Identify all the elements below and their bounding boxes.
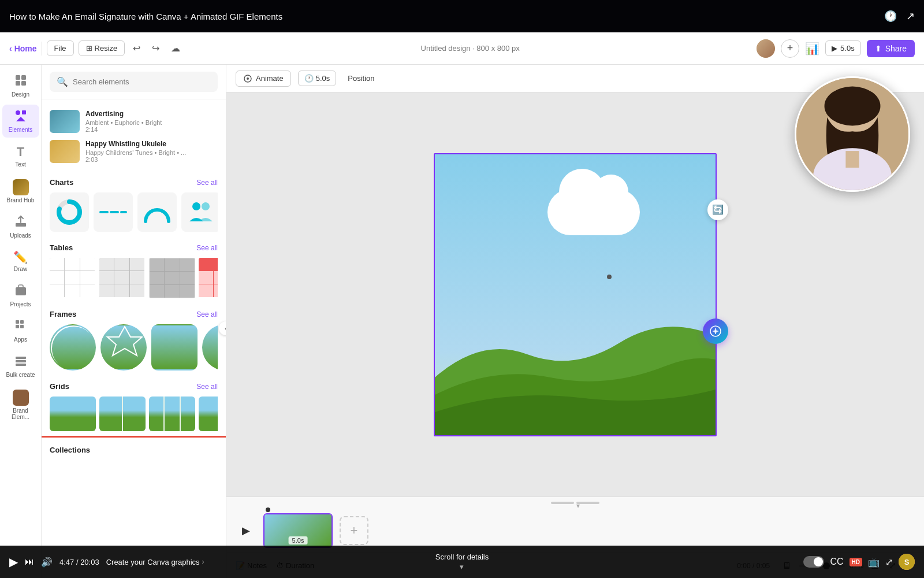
resize-button[interactable]: ⊞ Resize [79, 40, 125, 56]
sidebar-item-apps[interactable]: Apps [2, 314, 39, 347]
grids-section: Grids See all › [42, 375, 226, 436]
table-item-1[interactable] [50, 258, 96, 298]
share-button[interactable]: ⬆ Share [867, 40, 915, 57]
bulk-create-label: Bulk create [6, 372, 35, 378]
toolbar-left: ‹ Home File ⊞ Resize ↩ ↪ ☁ [9, 40, 184, 56]
sidebar-item-design[interactable]: Design [2, 69, 39, 102]
charts-title: Charts [50, 178, 73, 187]
frame-item-4[interactable] [202, 324, 218, 370]
chart-item-people[interactable] [181, 192, 218, 232]
brand-elements-icon [13, 390, 29, 406]
magic-button[interactable] [703, 318, 728, 344]
clock-icon[interactable]: 🕐 [884, 10, 897, 23]
webcam-inner [796, 78, 908, 190]
frame-item-1[interactable] [50, 324, 96, 370]
video-play-button[interactable]: ▶ [9, 555, 18, 569]
tables-see-all[interactable]: See all [196, 244, 218, 252]
sidebar-item-projects[interactable]: Projects [2, 279, 39, 312]
charts-see-all[interactable]: See all [196, 179, 218, 187]
cloud-save-button[interactable]: ☁ [167, 40, 184, 56]
add-clip-button[interactable]: + [340, 516, 368, 545]
frame-item-3[interactable] [151, 324, 198, 370]
play-icon: ▶ [832, 44, 837, 53]
timeline-handle[interactable]: ▾ [226, 497, 924, 509]
svg-rect-13 [16, 357, 26, 359]
timeline-clip-1[interactable]: 5.0s [263, 513, 333, 548]
play-timer-button[interactable]: ▶ 5.0s [825, 40, 861, 56]
table-item-3[interactable] [149, 258, 195, 298]
music-info-1: Advertising Ambient • Euphoric • Bright … [85, 110, 218, 133]
grids-grid: › [50, 397, 218, 431]
collections-section: Collections [42, 436, 226, 455]
redo-button[interactable]: ↪ [148, 40, 163, 56]
home-button[interactable]: ‹ Home [9, 44, 37, 53]
grids-header: Grids See all [50, 382, 218, 391]
svg-rect-9 [16, 320, 19, 324]
toolbar: ‹ Home File ⊞ Resize ↩ ↪ ☁ Untitled desi… [0, 32, 924, 65]
video-title: How to Make An Email Signature with Canv… [9, 12, 884, 21]
search-input[interactable] [73, 77, 211, 86]
sidebar-item-uploads[interactable]: Uploads [2, 210, 39, 243]
fullscreen-button[interactable]: ⤢ [885, 557, 893, 568]
share-icon[interactable]: ↗ [906, 10, 915, 23]
video-time: 4:47 / 20:03 [59, 558, 99, 566]
chart-item-donut[interactable] [50, 192, 89, 232]
design-title: Untitled design · 800 x 800 px [421, 44, 520, 53]
elements-panel: 🔍 Advertising Ambient • Euphoric • Brigh… [42, 65, 226, 578]
scroll-hint-text: Scroll for details [435, 553, 489, 561]
grid-item-1[interactable] [50, 397, 96, 431]
sidebar-item-text[interactable]: T Text [2, 140, 39, 172]
audio-section: Advertising Ambient • Euphoric • Bright … [42, 99, 226, 171]
svg-rect-1 [21, 75, 26, 80]
svg-point-22 [202, 202, 210, 210]
sidebar-item-elements[interactable]: Elements [2, 105, 39, 138]
search-box[interactable]: 🔍 [50, 72, 218, 92]
svg-rect-12 [20, 325, 24, 328]
music-title-1: Advertising [85, 110, 218, 118]
video-toggle[interactable] [803, 556, 824, 568]
clip-duration-label: 5.0s [289, 536, 308, 544]
chart-item-dash[interactable] [94, 192, 133, 232]
position-button[interactable]: Position [343, 71, 379, 86]
video-volume-button[interactable]: 🔊 [41, 557, 53, 568]
grid-item-4[interactable] [199, 397, 218, 431]
chart-item-arc[interactable] [137, 192, 177, 232]
sidebar-item-brand-elements[interactable]: Brand Elem... [2, 385, 39, 425]
frame-item-2[interactable] [100, 324, 147, 370]
sidebar-item-brand-hub[interactable]: Brand Hub [2, 175, 39, 208]
animate-button[interactable]: Animate [236, 71, 291, 87]
sidebar-item-draw[interactable]: ✏️ Draw [2, 246, 39, 277]
canvas-timer-button[interactable]: 🕐 5.0s [298, 71, 337, 86]
resize-icon: ⊞ [86, 44, 92, 53]
brand-hub-label: Brand Hub [7, 197, 35, 203]
svg-point-21 [192, 202, 200, 210]
music-item-1[interactable]: Advertising Ambient • Euphoric • Bright … [50, 106, 218, 136]
draw-label: Draw [14, 266, 27, 272]
sidebar-item-bulk-create[interactable]: Bulk create [2, 350, 39, 383]
add-collaborator-button[interactable]: + [781, 39, 799, 58]
music-item-2[interactable]: Happy Whistling Ukulele Happy Childrens'… [50, 136, 218, 166]
file-button[interactable]: File [47, 40, 74, 56]
analytics-button[interactable]: 📊 [805, 42, 819, 55]
music-duration-1: 2:14 [85, 126, 218, 133]
table-item-4[interactable] [199, 258, 218, 298]
charts-header: Charts See all [50, 178, 218, 187]
grids-see-all[interactable]: See all [196, 383, 218, 391]
canvas-frame[interactable] [434, 153, 717, 436]
grid-item-3[interactable] [149, 397, 195, 431]
frames-see-all[interactable]: See all [196, 310, 218, 318]
grid-item-2[interactable] [99, 397, 146, 431]
cast-button[interactable]: 📺 [868, 557, 880, 568]
table-item-2[interactable] [99, 258, 146, 298]
hd-badge: HD [850, 558, 862, 566]
svg-rect-3 [21, 81, 26, 86]
video-bottombar: ▶ ⏭ 🔊 4:47 / 20:03 Scroll for details ▾ … [0, 546, 924, 578]
share-label: Share [885, 44, 907, 53]
music-title-2: Happy Whistling Ukulele [85, 140, 218, 148]
svg-rect-0 [16, 75, 20, 80]
undo-button[interactable]: ↩ [129, 40, 144, 56]
timeline-play-button[interactable]: ▶ [236, 520, 256, 541]
captions-button[interactable]: CC [830, 557, 843, 567]
refresh-button[interactable]: 🔄 [707, 199, 728, 220]
video-next-button[interactable]: ⏭ [25, 557, 34, 567]
